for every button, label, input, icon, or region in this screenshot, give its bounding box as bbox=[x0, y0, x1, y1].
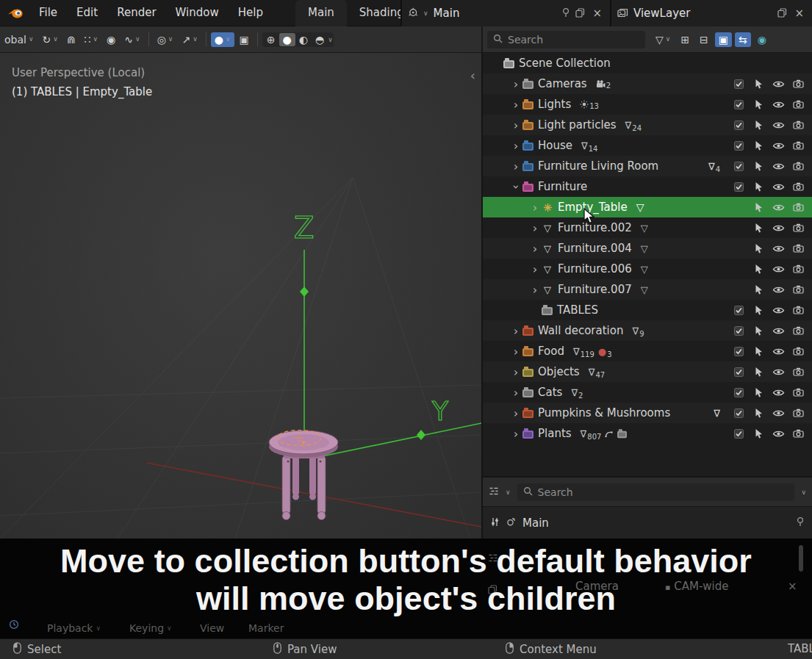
disable-in-renders-toggle[interactable] bbox=[788, 79, 808, 90]
expand-arrow[interactable]: › bbox=[528, 262, 542, 276]
proportional-falloff-dropdown[interactable]: ∿∨ bbox=[121, 32, 143, 47]
selectable-toggle[interactable] bbox=[749, 264, 769, 275]
hide-in-viewport-toggle[interactable] bbox=[769, 264, 788, 275]
outliner-row-cameras[interactable]: ›Cameras2 bbox=[483, 73, 812, 94]
exclude-checkbox[interactable] bbox=[729, 367, 749, 378]
selectable-toggle[interactable] bbox=[749, 325, 769, 336]
selectable-toggle[interactable] bbox=[749, 181, 769, 192]
outliner-row-furniture-006[interactable]: ›▽Furniture.006▽ bbox=[483, 259, 812, 279]
menu-help[interactable]: Help bbox=[229, 0, 273, 26]
hide-in-viewport-toggle[interactable] bbox=[769, 140, 788, 151]
disable-in-renders-toggle[interactable] bbox=[788, 284, 808, 295]
timeline-menu-view[interactable]: View bbox=[200, 619, 224, 637]
disable-in-renders-toggle[interactable] bbox=[788, 202, 808, 213]
selectable-toggle[interactable] bbox=[749, 161, 769, 172]
expand-arrow[interactable]: › bbox=[509, 406, 522, 420]
disable-in-renders-toggle[interactable] bbox=[788, 140, 808, 151]
exclude-checkbox[interactable] bbox=[729, 79, 749, 90]
gizmos-dropdown[interactable]: ◎∨ bbox=[154, 32, 177, 47]
pivot-point-dropdown[interactable]: ↻∨ bbox=[39, 32, 62, 47]
hide-in-viewport-toggle[interactable] bbox=[769, 161, 788, 172]
outliner-row-food[interactable]: ›Food∇119●3 bbox=[483, 341, 812, 361]
collapse-sidebar-arrow[interactable]: ‹ bbox=[470, 68, 475, 83]
disable-in-renders-toggle[interactable] bbox=[788, 305, 808, 316]
outliner-row-furniture-002[interactable]: ›▽Furniture.002▽ bbox=[483, 217, 812, 238]
proportional-editing-toggle[interactable]: ◉ bbox=[103, 32, 119, 47]
exclude-checkbox[interactable] bbox=[729, 305, 749, 316]
exclude-checkbox[interactable] bbox=[729, 99, 749, 110]
viewport-shading-modes-1[interactable]: ● bbox=[279, 33, 295, 46]
timeline-menu-keying[interactable]: Keying ∨ bbox=[129, 619, 172, 637]
selectable-toggle[interactable] bbox=[749, 305, 769, 316]
expand-arrow[interactable]: › bbox=[509, 365, 522, 379]
exclude-filter-toggle[interactable]: ▣ bbox=[715, 32, 732, 47]
menu-file[interactable]: File bbox=[29, 0, 67, 26]
outliner-search-input[interactable]: Search bbox=[487, 31, 645, 48]
outliner-row-furniture-living-room[interactable]: ›Furniture Living Room∇4 bbox=[483, 156, 812, 176]
menu-render[interactable]: Render bbox=[107, 0, 165, 26]
editor-type-icon[interactable] bbox=[408, 7, 418, 21]
outliner-row-furniture-004[interactable]: ›▽Furniture.004▽ bbox=[483, 238, 812, 259]
expand-arrow[interactable]: › bbox=[528, 242, 542, 256]
outliner-row-furniture-007[interactable]: ›▽Furniture.007▽ bbox=[483, 279, 812, 300]
chevron-down-icon[interactable]: ∨ bbox=[801, 489, 806, 496]
disable-in-renders-toggle[interactable] bbox=[788, 387, 808, 398]
outliner-row-wall-decoration[interactable]: ›Wall decoration∇9 bbox=[483, 320, 812, 341]
expand-arrow[interactable]: › bbox=[509, 386, 522, 400]
viewlayer-name[interactable]: ViewLayer bbox=[633, 7, 690, 20]
snap-settings-dropdown[interactable]: ∷∨ bbox=[81, 32, 102, 47]
disable-in-renders-toggle[interactable] bbox=[788, 325, 808, 336]
menu-window[interactable]: Window bbox=[166, 0, 229, 26]
disable-in-renders-toggle[interactable] bbox=[788, 243, 808, 254]
expand-arrow[interactable]: › bbox=[509, 139, 522, 153]
properties-search-input[interactable]: Search bbox=[517, 483, 795, 501]
selectable-toggle[interactable] bbox=[749, 428, 769, 439]
selectable-toggle[interactable] bbox=[749, 346, 769, 357]
exclude-checkbox[interactable] bbox=[729, 408, 749, 419]
shading-preview-dropdown[interactable]: ●∨ bbox=[211, 32, 234, 47]
viewport-shading-modes-2[interactable]: ◐ bbox=[295, 33, 312, 46]
selectable-toggle[interactable] bbox=[749, 120, 769, 131]
pin-icon[interactable] bbox=[561, 7, 570, 21]
render-region-toggle[interactable]: ▣ bbox=[236, 32, 253, 47]
hide-in-viewport-toggle[interactable] bbox=[769, 305, 788, 316]
outliner-row-plants[interactable]: ›Plants∇807 bbox=[483, 423, 812, 444]
selectable-toggle[interactable] bbox=[749, 243, 769, 254]
hide-in-viewport-toggle[interactable] bbox=[769, 408, 788, 419]
selectable-toggle[interactable] bbox=[749, 140, 769, 151]
outliner-row-empty-table[interactable]: ›Empty_Table▽ bbox=[483, 197, 812, 217]
selectable-toggle[interactable] bbox=[749, 99, 769, 110]
filter-dropdown[interactable]: ▽∨ bbox=[652, 32, 674, 47]
visibility-filter-dropdown[interactable]: ◉ bbox=[754, 32, 770, 47]
expand-arrow[interactable]: › bbox=[528, 283, 542, 297]
outliner-row-house[interactable]: ›House∇14 bbox=[483, 135, 812, 156]
timeline-menu-playback[interactable]: Playback ∨ bbox=[47, 619, 101, 637]
hide-in-viewport-toggle[interactable] bbox=[769, 181, 788, 192]
unlink-scene-button[interactable]: × bbox=[590, 7, 604, 20]
selectable-toggle[interactable] bbox=[749, 408, 769, 419]
disable-in-renders-toggle[interactable] bbox=[788, 181, 808, 192]
selectable-toggle[interactable] bbox=[749, 223, 769, 234]
viewport-shading-modes-3[interactable]: ◓ bbox=[312, 33, 328, 46]
selectable-toggle[interactable] bbox=[749, 202, 769, 213]
exclude-checkbox[interactable] bbox=[729, 346, 749, 357]
outliner-row-lights[interactable]: ›Lights13 bbox=[483, 94, 812, 115]
new-collection-button[interactable]: ⊞ bbox=[677, 32, 693, 47]
menu-edit[interactable]: Edit bbox=[67, 0, 107, 26]
transform-orientation-dropdown[interactable]: obal∨ bbox=[1, 32, 37, 47]
expand-arrow[interactable]: › bbox=[509, 77, 522, 91]
breadcrumb-scene-name[interactable]: Main bbox=[522, 516, 549, 530]
scene-name[interactable]: Main bbox=[434, 7, 460, 20]
disable-in-renders-toggle[interactable] bbox=[788, 161, 808, 172]
workspace-tab-main[interactable]: Main bbox=[295, 0, 347, 26]
expand-arrow[interactable]: › bbox=[528, 201, 542, 215]
hide-in-viewport-toggle[interactable] bbox=[769, 346, 788, 357]
disable-in-renders-toggle[interactable] bbox=[788, 120, 808, 131]
selectable-toggle[interactable] bbox=[749, 79, 769, 90]
disable-in-renders-toggle[interactable] bbox=[788, 264, 808, 275]
outliner-row-furniture[interactable]: ›Furniture bbox=[483, 176, 812, 197]
hide-in-viewport-toggle[interactable] bbox=[769, 428, 788, 439]
hide-in-viewport-toggle[interactable] bbox=[769, 223, 788, 234]
selectable-toggle[interactable] bbox=[749, 284, 769, 295]
pin-icon[interactable] bbox=[796, 516, 805, 530]
